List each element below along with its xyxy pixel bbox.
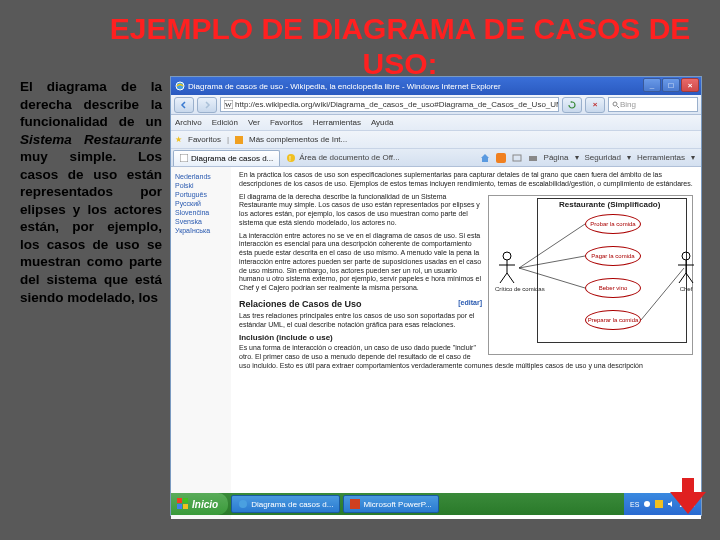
search-box[interactable]: Bing xyxy=(608,97,698,112)
menu-ayuda[interactable]: Ayuda xyxy=(371,118,394,127)
svg-rect-28 xyxy=(177,504,182,509)
search-icon xyxy=(612,101,620,109)
svg-text:!: ! xyxy=(289,155,291,162)
page-content: Nederlands Polski Português Русский Slov… xyxy=(171,167,701,519)
edit-link[interactable]: [editar] xyxy=(458,299,482,306)
lang-link[interactable]: Svenska xyxy=(175,218,227,225)
lang-link[interactable]: Українська xyxy=(175,227,227,234)
toolbar-herramientas[interactable]: Herramientas xyxy=(637,153,685,162)
home-icon[interactable] xyxy=(480,153,490,163)
toolbar-pagina[interactable]: Página xyxy=(544,153,569,162)
pointer-arrow-head xyxy=(670,492,706,514)
doc-recovery[interactable]: Área de documento de Off... xyxy=(299,153,399,162)
svg-line-22 xyxy=(519,224,585,268)
wiki-languages: Nederlands Polski Português Русский Slov… xyxy=(171,167,231,519)
svg-rect-10 xyxy=(513,155,521,161)
svg-point-3 xyxy=(613,102,617,106)
tray-icon xyxy=(655,500,663,508)
mail-icon[interactable] xyxy=(512,153,522,163)
titlebar[interactable]: Diagrama de casos de uso - Wikipedia, la… xyxy=(171,77,701,95)
svg-rect-6 xyxy=(180,154,188,162)
uml-connectors xyxy=(489,196,694,356)
addon-icon xyxy=(235,136,243,144)
print-icon[interactable] xyxy=(528,153,538,163)
ie-icon xyxy=(175,81,185,91)
search-placeholder: Bing xyxy=(620,100,636,109)
refresh-button[interactable] xyxy=(562,97,582,113)
tab-bar: Diagrama de casos d... ! Área de documen… xyxy=(171,149,701,167)
close-button[interactable]: × xyxy=(681,78,699,92)
tray-icon xyxy=(643,500,651,508)
wiki-favicon-icon xyxy=(180,154,188,162)
lang-link[interactable]: Polski xyxy=(175,182,227,189)
svg-rect-31 xyxy=(350,499,360,509)
menu-bar: Archivo Edición Ver Favoritos Herramient… xyxy=(171,115,701,131)
rss-icon[interactable] xyxy=(496,153,506,163)
svg-point-30 xyxy=(239,500,247,508)
minimize-button[interactable]: _ xyxy=(643,78,661,92)
address-text: http://es.wikipedia.org/wiki/Diagrama_de… xyxy=(235,100,559,109)
pointer-arrow xyxy=(682,478,694,492)
start-button[interactable]: Inicio xyxy=(171,493,228,515)
svg-point-32 xyxy=(644,501,650,507)
lang-link[interactable]: Slovenčina xyxy=(175,209,227,216)
slide-title: EJEMPLO DE DIAGRAMA DE CASOS DE USO: xyxy=(0,0,720,87)
article-intro: En la práctica los casos de uso son espe… xyxy=(239,171,693,189)
taskbar: Inicio Diagrama de casos d... Microsoft … xyxy=(171,493,701,515)
svg-rect-27 xyxy=(183,498,188,503)
menu-herramientas[interactable]: Herramientas xyxy=(313,118,361,127)
svg-line-25 xyxy=(641,268,684,320)
favorites-label[interactable]: Favoritos xyxy=(188,135,221,144)
star-icon[interactable]: ★ xyxy=(175,135,182,144)
svg-rect-26 xyxy=(177,498,182,503)
wiki-favicon-icon: W xyxy=(224,100,233,109)
taskbar-item-powerpoint[interactable]: Microsoft PowerP... xyxy=(343,495,438,513)
lang-link[interactable]: Nederlands xyxy=(175,173,227,180)
window-title: Diagrama de casos de uso - Wikipedia, la… xyxy=(188,82,501,91)
svg-line-24 xyxy=(519,268,585,288)
svg-rect-29 xyxy=(183,504,188,509)
tab-wikipedia[interactable]: Diagrama de casos d... xyxy=(173,150,280,166)
svg-line-4 xyxy=(617,106,619,108)
svg-line-23 xyxy=(519,256,585,268)
toolbar-seguridad[interactable]: Seguridad xyxy=(585,153,621,162)
slide-body-text: El diagrama de la derecha describe la fu… xyxy=(20,78,162,306)
info-icon: ! xyxy=(286,153,296,163)
svg-rect-9 xyxy=(496,153,506,163)
back-button[interactable] xyxy=(174,97,194,113)
lang-link[interactable]: Português xyxy=(175,191,227,198)
powerpoint-icon xyxy=(350,499,360,509)
browser-window: Diagrama de casos de uso - Wikipedia, la… xyxy=(170,76,702,516)
menu-favoritos[interactable]: Favoritos xyxy=(270,118,303,127)
tab-label: Diagrama de casos d... xyxy=(191,154,273,163)
ie-icon xyxy=(238,499,248,509)
menu-edicion[interactable]: Edición xyxy=(212,118,238,127)
svg-rect-5 xyxy=(235,136,243,144)
suggested-link[interactable]: Más complementos de Int... xyxy=(249,135,347,144)
maximize-button[interactable]: □ xyxy=(662,78,680,92)
stop-button[interactable]: × xyxy=(585,97,605,113)
address-toolbar: W http://es.wikipedia.org/wiki/Diagrama_… xyxy=(171,95,701,115)
wiki-article: En la práctica los casos de uso son espe… xyxy=(231,167,701,519)
address-bar[interactable]: W http://es.wikipedia.org/wiki/Diagrama_… xyxy=(220,97,559,112)
taskbar-item-browser[interactable]: Diagrama de casos d... xyxy=(231,495,340,513)
uml-diagram[interactable]: Restaurante (Simplificado) Crítico de co… xyxy=(488,195,693,355)
menu-archivo[interactable]: Archivo xyxy=(175,118,202,127)
svg-rect-33 xyxy=(655,500,663,508)
favorites-bar: ★ Favoritos | Más complementos de Int... xyxy=(171,131,701,149)
forward-button[interactable] xyxy=(197,97,217,113)
svg-rect-11 xyxy=(529,156,537,161)
windows-logo-icon xyxy=(177,498,189,510)
menu-ver[interactable]: Ver xyxy=(248,118,260,127)
svg-text:W: W xyxy=(225,101,232,109)
lang-link[interactable]: Русский xyxy=(175,200,227,207)
